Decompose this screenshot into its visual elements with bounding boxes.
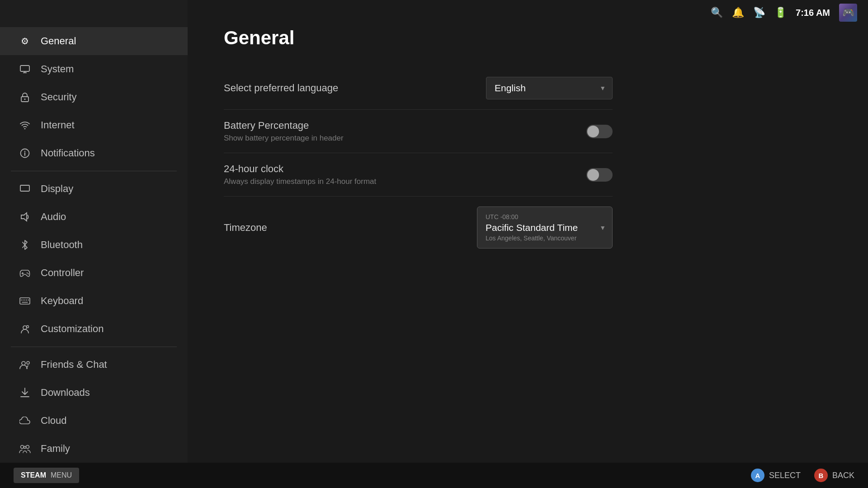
bottom-bar: STEAM MENU A SELECT B BACK: [0, 463, 868, 488]
timezone-label-group: Timezone: [224, 222, 477, 234]
sidebar-item-display[interactable]: Display: [0, 175, 188, 203]
sidebar: ⚙ General System Security: [0, 0, 188, 488]
sidebar-item-label: Friends & Chat: [41, 359, 107, 371]
wifi-icon: [18, 118, 32, 132]
clock-display: 7:16 AM: [796, 8, 830, 18]
svg-point-4: [24, 99, 26, 100]
timezone-cities: Los Angeles, Seattle, Vancouver: [486, 235, 594, 242]
display-icon: [18, 182, 32, 196]
toggle-knob: [587, 126, 599, 137]
toggle-knob: [587, 169, 599, 181]
clock-sublabel: Always display timestamps in 24-hour for…: [224, 177, 586, 186]
sidebar-item-label: Family: [41, 443, 70, 455]
main-content: General Select preferred language Englis…: [188, 0, 868, 488]
sidebar-item-general[interactable]: ⚙ General: [0, 27, 188, 55]
svg-rect-9: [20, 185, 29, 191]
svg-point-5: [24, 128, 26, 130]
sidebar-item-label: Customization: [41, 323, 104, 335]
sidebar-item-label: Bluetooth: [41, 239, 83, 251]
language-setting-row: Select preferred language English ▼: [224, 67, 613, 110]
sidebar-item-label: Downloads: [41, 387, 90, 399]
svg-point-14: [28, 273, 28, 274]
sidebar-item-label: Internet: [41, 119, 75, 131]
clock-label: 24-hour clock: [224, 163, 586, 175]
battery-sublabel: Show battery percentage in header: [224, 134, 586, 143]
chevron-down-icon: ▼: [599, 224, 606, 231]
cloud-icon: [18, 414, 32, 427]
clock-toggle[interactable]: [586, 168, 613, 182]
lock-icon: [18, 90, 32, 104]
language-label: Select preferred language: [224, 82, 486, 94]
sidebar-item-controller[interactable]: Controller: [0, 259, 188, 287]
timezone-label: Timezone: [224, 222, 477, 234]
language-value: English: [495, 83, 526, 94]
sidebar-item-label: Controller: [41, 267, 84, 279]
rss-icon[interactable]: 📡: [753, 7, 765, 19]
svg-point-28: [21, 446, 24, 449]
svg-point-29: [26, 446, 29, 449]
friends-icon: [18, 358, 32, 371]
bluetooth-icon: [18, 238, 32, 252]
sidebar-divider-1: [11, 171, 177, 171]
sidebar-item-label: Keyboard: [41, 295, 83, 307]
sidebar-item-notifications[interactable]: Notifications: [0, 139, 188, 167]
sidebar-item-label: Notifications: [41, 147, 95, 159]
info-icon: [18, 146, 32, 160]
back-button[interactable]: B BACK: [814, 469, 854, 482]
sidebar-item-label: Display: [41, 183, 73, 195]
svg-point-8: [24, 151, 25, 152]
clock-label-group: 24-hour clock Always display timestamps …: [224, 163, 586, 186]
sidebar-item-system[interactable]: System: [0, 55, 188, 83]
svg-point-22: [23, 326, 27, 329]
avatar[interactable]: 🎮: [839, 4, 857, 22]
sidebar-item-label: Cloud: [41, 415, 66, 427]
bottom-actions: A SELECT B BACK: [751, 469, 854, 482]
sidebar-item-cloud[interactable]: Cloud: [0, 407, 188, 435]
timezone-utc: UTC -08:00: [486, 213, 594, 221]
battery-setting-row: Battery Percentage Show battery percenta…: [224, 110, 613, 153]
svg-point-24: [22, 361, 25, 365]
family-icon: [18, 442, 32, 455]
svg-marker-10: [21, 213, 27, 221]
select-label: SELECT: [769, 471, 801, 480]
search-icon[interactable]: 🔍: [711, 7, 723, 19]
sidebar-item-label: Security: [41, 91, 76, 103]
menu-label: MENU: [51, 471, 72, 479]
select-button[interactable]: A SELECT: [751, 469, 801, 482]
timezone-setting-row: Timezone UTC -08:00 Pacific Standard Tim…: [224, 197, 613, 258]
steam-menu-button[interactable]: STEAM MENU: [14, 468, 79, 483]
sidebar-item-downloads[interactable]: Downloads: [0, 379, 188, 407]
battery-label: Battery Percentage: [224, 120, 586, 131]
sidebar-item-family[interactable]: Family: [0, 435, 188, 463]
sidebar-item-label: System: [41, 63, 74, 75]
timezone-dropdown[interactable]: UTC -08:00 Pacific Standard Time Los Ang…: [477, 206, 613, 249]
language-label-group: Select preferred language: [224, 82, 486, 94]
notification-icon[interactable]: 🔔: [732, 7, 744, 19]
sidebar-item-label: Audio: [41, 211, 66, 223]
monitor-icon: [18, 62, 32, 76]
sidebar-divider-2: [11, 347, 177, 347]
language-dropdown[interactable]: English ▼: [486, 77, 613, 99]
customization-icon: [18, 322, 32, 336]
gear-icon: ⚙: [18, 34, 32, 48]
sidebar-item-internet[interactable]: Internet: [0, 111, 188, 139]
svg-point-25: [27, 361, 29, 364]
sidebar-item-security[interactable]: Security: [0, 83, 188, 111]
downloads-icon: [18, 386, 32, 399]
clock-setting-row: 24-hour clock Always display timestamps …: [224, 153, 613, 197]
sidebar-item-audio[interactable]: Audio: [0, 203, 188, 231]
settings-section: Select preferred language English ▼ Batt…: [224, 67, 613, 258]
battery-toggle[interactable]: [586, 125, 613, 138]
top-bar: 🔍 🔔 📡 🔋 7:16 AM 🎮: [0, 0, 868, 25]
svg-rect-0: [20, 66, 29, 71]
sidebar-item-customization[interactable]: Customization: [0, 315, 188, 343]
battery-label-group: Battery Percentage Show battery percenta…: [224, 120, 586, 143]
sidebar-item-friends[interactable]: Friends & Chat: [0, 351, 188, 379]
a-button-icon: A: [751, 469, 764, 482]
sidebar-item-label: General: [41, 35, 76, 47]
sidebar-item-bluetooth[interactable]: Bluetooth: [0, 231, 188, 259]
svg-point-30: [24, 446, 26, 449]
audio-icon: [18, 210, 32, 224]
sidebar-item-keyboard[interactable]: Keyboard: [0, 287, 188, 315]
controller-icon: [18, 266, 32, 280]
